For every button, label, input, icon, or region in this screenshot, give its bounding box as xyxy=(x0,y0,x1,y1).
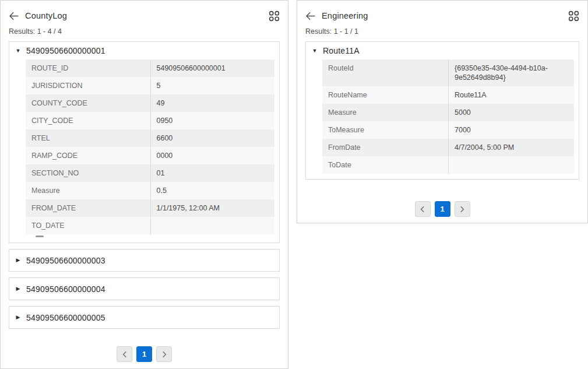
table-row: RTEL6600 xyxy=(26,129,274,147)
table-row: CITY_CODE0950 xyxy=(26,112,274,129)
field-value: Route11A xyxy=(448,86,574,104)
field-value xyxy=(150,217,275,234)
table-row: Measure5000 xyxy=(322,104,574,121)
field-label: RouteName xyxy=(322,86,448,104)
feature-card: ▶54909506600000005 xyxy=(9,306,280,329)
attribute-table: ROUTE_ID54909506600000001JURISDICTION5CO… xyxy=(26,59,274,234)
feature-title: 54909506600000003 xyxy=(26,256,105,265)
field-value: 1/1/1975, 12:00 AM xyxy=(150,199,275,217)
feature-toggle[interactable]: ▼Route11A xyxy=(306,42,579,59)
table-row: ToMeasure7000 xyxy=(322,121,574,139)
current-page-button[interactable]: 1 xyxy=(136,346,152,362)
field-label: CITY_CODE xyxy=(26,112,150,129)
field-value: 4/7/2004, 5:00 PM xyxy=(448,139,574,156)
field-label: FromDate xyxy=(322,139,448,156)
panel-title: CountyLog xyxy=(25,11,67,20)
field-label: ToMeasure xyxy=(322,121,448,139)
feature-toggle[interactable]: ▶54909506600000005 xyxy=(9,307,279,328)
field-label: TO_DATE xyxy=(26,217,150,234)
feature-title: 54909506600000004 xyxy=(26,284,105,294)
field-label: COUNTY_CODE xyxy=(26,94,150,112)
field-value: 54909506600000001 xyxy=(150,59,275,77)
field-label: SECTION_NO xyxy=(26,164,150,182)
current-page-button[interactable]: 1 xyxy=(435,201,450,217)
apps-grid-icon[interactable] xyxy=(269,10,280,22)
caret-right-icon: ▶ xyxy=(15,315,21,320)
attribute-table: RouteId{69350e35-430e-4494-b10a-9e52649d… xyxy=(322,59,574,174)
field-label: JURISDICTION xyxy=(26,77,150,94)
feature-card: ▶54909506600000004 xyxy=(9,277,280,300)
feature-info-panel-engineering: EngineeringResults: 1 - 1 / 1▼Route11ARo… xyxy=(297,0,588,223)
field-value: 01 xyxy=(150,164,275,182)
feature-card: ▶54909506600000003 xyxy=(9,249,280,272)
pagination: 1 xyxy=(297,201,587,217)
table-row: RouteNameRoute11A xyxy=(322,86,574,104)
feature-title: Route11A xyxy=(323,46,360,55)
field-value xyxy=(448,156,574,174)
field-label: RAMP_CODE xyxy=(26,147,150,164)
caret-down-icon: ▼ xyxy=(312,48,318,54)
screenshot-root: CountyLogResults: 1 - 4 / 4▼549095066000… xyxy=(0,0,588,369)
table-row: SECTION_NO01 xyxy=(26,164,274,182)
prev-page-button[interactable] xyxy=(117,346,132,362)
feature-toggle[interactable]: ▼54909506600000001 xyxy=(9,42,279,59)
caret-down-icon: ▼ xyxy=(15,48,21,54)
feature-title: 54909506600000001 xyxy=(26,46,105,55)
results-count: Results: 1 - 4 / 4 xyxy=(9,27,280,36)
panel-title: Engineering xyxy=(322,11,368,20)
prev-page-button[interactable] xyxy=(415,201,431,217)
field-label: ROUTE_ID xyxy=(26,59,150,77)
field-value: 0.5 xyxy=(150,182,275,199)
feature-list: ▼Route11ARouteId{69350e35-430e-4494-b10a… xyxy=(305,41,579,180)
field-label: RouteId xyxy=(322,59,448,86)
feature-toggle[interactable]: ▶54909506600000003 xyxy=(9,249,279,271)
table-row: Measure0.5 xyxy=(26,182,274,199)
feature-toggle[interactable]: ▶54909506600000004 xyxy=(9,278,279,300)
feature-list: ▼54909506600000001ROUTE_ID54909506600000… xyxy=(9,41,280,329)
field-value: 0950 xyxy=(150,112,275,129)
panel-header: CountyLog xyxy=(9,9,280,23)
field-value: 7000 xyxy=(448,121,574,139)
apps-grid-icon[interactable] xyxy=(568,10,579,22)
pagination: 1 xyxy=(1,346,288,362)
panel-header: Engineering xyxy=(305,9,579,23)
back-arrow-icon[interactable] xyxy=(9,12,19,20)
next-page-button[interactable] xyxy=(156,346,172,362)
table-row: FromDate4/7/2004, 5:00 PM xyxy=(322,139,574,156)
table-row: FROM_DATE1/1/1975, 12:00 AM xyxy=(26,199,274,217)
field-label: FROM_DATE xyxy=(26,199,150,217)
field-value: 5 xyxy=(150,77,275,94)
table-row: ROUTE_ID54909506600000001 xyxy=(26,59,274,77)
table-row: COUNTY_CODE49 xyxy=(26,94,274,112)
field-value: 5000 xyxy=(448,104,574,121)
caret-right-icon: ▶ xyxy=(15,286,21,291)
caret-right-icon: ▶ xyxy=(15,258,21,263)
feature-card: ▼54909506600000001ROUTE_ID54909506600000… xyxy=(9,41,280,243)
field-label: Measure xyxy=(26,182,150,199)
results-count: Results: 1 - 1 / 1 xyxy=(305,27,579,36)
table-row: TO_DATE xyxy=(26,217,274,234)
field-value: {69350e35-430e-4494-b10a-9e52649d8b94} xyxy=(448,59,574,86)
field-label: Measure xyxy=(322,104,448,121)
next-page-button[interactable] xyxy=(455,201,470,217)
field-value: 6600 xyxy=(150,129,275,147)
field-label: ToDate xyxy=(322,156,448,174)
field-value: 49 xyxy=(150,94,275,112)
back-arrow-icon[interactable] xyxy=(305,12,315,20)
table-row: RAMP_CODE0000 xyxy=(26,147,274,164)
feature-card: ▼Route11ARouteId{69350e35-430e-4494-b10a… xyxy=(305,41,579,180)
table-row: RouteId{69350e35-430e-4494-b10a-9e52649d… xyxy=(322,59,574,86)
field-label: RTEL xyxy=(26,129,150,147)
feature-title: 54909506600000005 xyxy=(26,313,105,322)
feature-info-panel-countylog: CountyLogResults: 1 - 4 / 4▼549095066000… xyxy=(0,0,288,369)
field-value: 0000 xyxy=(150,147,275,164)
table-row: ToDate xyxy=(322,156,574,174)
table-row: JURISDICTION5 xyxy=(26,77,274,94)
